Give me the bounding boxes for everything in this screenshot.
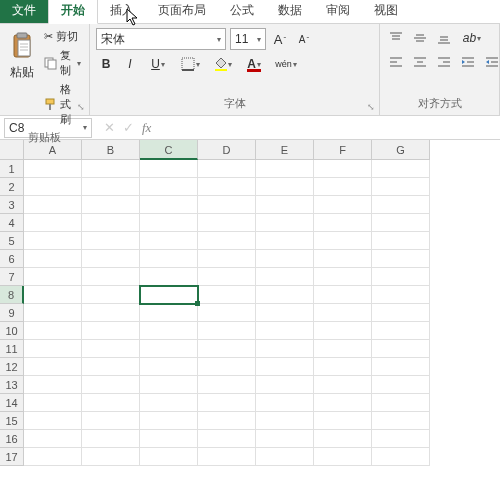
cell[interactable] xyxy=(82,430,140,448)
align-left-button[interactable] xyxy=(386,52,406,72)
bold-button[interactable]: B xyxy=(96,54,116,74)
cell[interactable] xyxy=(82,448,140,466)
cell[interactable] xyxy=(372,268,430,286)
cell[interactable] xyxy=(372,286,430,304)
cell[interactable] xyxy=(140,232,198,250)
cell[interactable] xyxy=(24,286,82,304)
cell[interactable] xyxy=(256,340,314,358)
cell[interactable] xyxy=(140,412,198,430)
decrease-font-button[interactable]: Aˇ xyxy=(294,29,314,49)
cell[interactable] xyxy=(198,196,256,214)
cell[interactable] xyxy=(256,196,314,214)
cell[interactable] xyxy=(198,178,256,196)
cell[interactable] xyxy=(314,430,372,448)
cell[interactable] xyxy=(24,376,82,394)
row-header[interactable]: 8 xyxy=(0,286,24,304)
cell[interactable] xyxy=(256,268,314,286)
cell[interactable] xyxy=(372,196,430,214)
cell[interactable] xyxy=(140,322,198,340)
row-header[interactable]: 9 xyxy=(0,304,24,322)
paste-button[interactable]: 粘贴 xyxy=(6,28,38,128)
increase-font-button[interactable]: Aˆ xyxy=(270,29,290,49)
cell[interactable] xyxy=(314,250,372,268)
cell[interactable] xyxy=(256,160,314,178)
row-header[interactable]: 6 xyxy=(0,250,24,268)
cell[interactable] xyxy=(198,286,256,304)
cell[interactable] xyxy=(256,214,314,232)
font-color-button[interactable]: A▾ xyxy=(240,54,268,74)
cell[interactable] xyxy=(82,358,140,376)
cell[interactable] xyxy=(24,232,82,250)
italic-button[interactable]: I xyxy=(120,54,140,74)
cell[interactable] xyxy=(314,304,372,322)
cut-button[interactable]: ✂剪切 xyxy=(42,28,83,45)
cell[interactable] xyxy=(82,286,140,304)
align-top-button[interactable] xyxy=(386,28,406,48)
cell[interactable] xyxy=(82,214,140,232)
col-header[interactable]: D xyxy=(198,140,256,160)
cell[interactable] xyxy=(198,376,256,394)
row-header[interactable]: 15 xyxy=(0,412,24,430)
cell[interactable] xyxy=(372,376,430,394)
cell[interactable] xyxy=(372,430,430,448)
font-launcher[interactable]: ⤡ xyxy=(365,101,377,113)
cell[interactable] xyxy=(198,304,256,322)
cell[interactable] xyxy=(256,322,314,340)
cell[interactable] xyxy=(256,430,314,448)
cell[interactable] xyxy=(256,304,314,322)
orientation-button[interactable]: ab▾ xyxy=(458,28,486,48)
row-header[interactable]: 11 xyxy=(0,340,24,358)
col-header[interactable]: G xyxy=(372,140,430,160)
row-header[interactable]: 16 xyxy=(0,430,24,448)
cell[interactable] xyxy=(24,358,82,376)
cell[interactable] xyxy=(314,160,372,178)
cell[interactable] xyxy=(140,340,198,358)
fill-color-button[interactable]: ▾ xyxy=(208,54,236,74)
cell[interactable] xyxy=(256,232,314,250)
cell[interactable] xyxy=(372,214,430,232)
fx-icon[interactable]: fx xyxy=(142,120,151,136)
cell[interactable] xyxy=(256,412,314,430)
cell[interactable] xyxy=(314,178,372,196)
col-header[interactable]: E xyxy=(256,140,314,160)
cell[interactable] xyxy=(372,448,430,466)
cell[interactable] xyxy=(82,178,140,196)
cell[interactable] xyxy=(372,394,430,412)
cell[interactable] xyxy=(24,394,82,412)
cell[interactable] xyxy=(198,340,256,358)
cell[interactable] xyxy=(372,304,430,322)
cell[interactable] xyxy=(198,448,256,466)
cell[interactable] xyxy=(314,448,372,466)
row-header[interactable]: 1 xyxy=(0,160,24,178)
cell[interactable] xyxy=(140,286,198,304)
cell[interactable] xyxy=(198,358,256,376)
cell[interactable] xyxy=(372,412,430,430)
cell[interactable] xyxy=(372,178,430,196)
align-center-button[interactable] xyxy=(410,52,430,72)
tab-formulas[interactable]: 公式 xyxy=(218,0,266,23)
col-header[interactable]: B xyxy=(82,140,140,160)
tab-insert[interactable]: 插入 xyxy=(98,0,146,23)
cell[interactable] xyxy=(24,214,82,232)
tab-view[interactable]: 视图 xyxy=(362,0,410,23)
cell[interactable] xyxy=(314,268,372,286)
cell[interactable] xyxy=(198,214,256,232)
row-header[interactable]: 5 xyxy=(0,232,24,250)
enter-icon[interactable]: ✓ xyxy=(123,120,134,135)
cell[interactable] xyxy=(24,430,82,448)
tab-data[interactable]: 数据 xyxy=(266,0,314,23)
cell[interactable] xyxy=(314,196,372,214)
cell[interactable] xyxy=(82,250,140,268)
cell[interactable] xyxy=(140,430,198,448)
increase-indent-button[interactable] xyxy=(482,52,500,72)
col-header[interactable]: C xyxy=(140,140,198,160)
col-header[interactable]: F xyxy=(314,140,372,160)
cell[interactable] xyxy=(256,448,314,466)
cell[interactable] xyxy=(198,412,256,430)
cell[interactable] xyxy=(140,394,198,412)
cell[interactable] xyxy=(198,430,256,448)
cell[interactable] xyxy=(372,160,430,178)
cell[interactable] xyxy=(314,322,372,340)
cell[interactable] xyxy=(314,232,372,250)
cell[interactable] xyxy=(24,448,82,466)
